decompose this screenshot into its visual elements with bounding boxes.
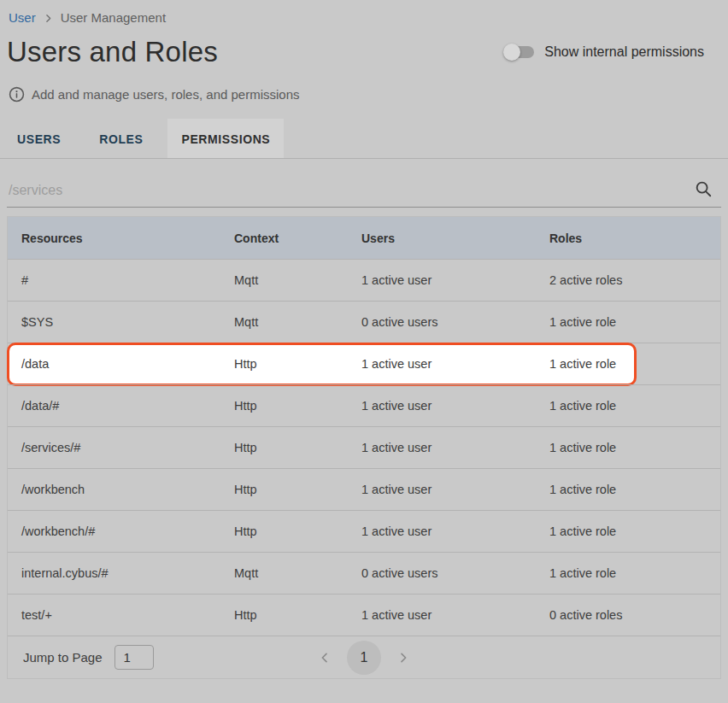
cell-resource: # <box>21 273 234 287</box>
cell-resource: /workbench <box>21 483 234 496</box>
cell-roles: 1 active role <box>549 566 720 580</box>
column-header-context: Context <box>234 231 361 245</box>
tab-users[interactable]: USERS <box>3 119 74 158</box>
table-row[interactable]: # Mqtt 1 active user 2 active roles <box>8 259 720 301</box>
cell-users: 0 active users <box>361 566 549 580</box>
cell-users: 1 active user <box>361 399 549 413</box>
table-row[interactable]: $SYS Mqtt 0 active users 1 active role <box>8 301 720 343</box>
cell-context: Http <box>234 357 361 371</box>
page-title: Users and Roles <box>7 36 218 68</box>
cell-context: Http <box>234 483 361 496</box>
cell-users: 1 active user <box>361 357 549 371</box>
page-description-row: Add and manage users, roles, and permiss… <box>0 68 728 103</box>
previous-page-button[interactable] <box>314 647 335 668</box>
breadcrumb-link-user[interactable]: User <box>9 10 36 25</box>
cell-context: Mqtt <box>234 273 361 287</box>
cell-users: 1 active user <box>361 524 549 538</box>
table-row[interactable]: /data/# Http 1 active user 1 active role <box>8 384 720 426</box>
cell-resource: test/+ <box>21 608 234 622</box>
current-page-button[interactable]: 1 <box>347 641 381 675</box>
table-row[interactable]: test/+ Http 1 active user 0 active roles <box>8 594 720 636</box>
tab-roles[interactable]: ROLES <box>85 119 156 158</box>
table-row[interactable]: /workbench/# Http 1 active user 1 active… <box>8 510 720 552</box>
column-header-resources: Resources <box>21 231 234 245</box>
cell-roles: 2 active roles <box>549 273 720 287</box>
cell-resource: $SYS <box>21 315 234 329</box>
table-row[interactable]: internal.cybus/# Mqtt 0 active users 1 a… <box>8 552 720 594</box>
cell-resource: /data <box>21 357 234 371</box>
table-row[interactable]: /services/# Http 1 active user 1 active … <box>8 426 720 468</box>
cell-users: 1 active user <box>361 273 549 287</box>
info-icon <box>9 86 25 103</box>
cell-context: Http <box>234 608 361 622</box>
cell-roles: 1 active role <box>549 524 720 538</box>
toggle-group: Show internal permissions <box>503 44 704 61</box>
table-row[interactable]: /workbench Http 1 active user 1 active r… <box>8 468 720 510</box>
cell-roles: 1 active role <box>549 441 720 454</box>
jump-to-page-input[interactable] <box>114 645 154 670</box>
cell-context: Http <box>234 524 361 538</box>
toggle-thumb <box>503 44 520 61</box>
pagination-bar: Jump to Page 1 <box>8 636 720 678</box>
table-header: Resources Context Users Roles <box>8 217 720 259</box>
page-description: Add and manage users, roles, and permiss… <box>32 87 300 102</box>
cell-context: Http <box>234 441 361 454</box>
chevron-right-icon <box>43 13 54 24</box>
cell-roles: 1 active role <box>549 357 720 371</box>
jump-to-page-label: Jump to Page <box>23 650 103 665</box>
column-header-users: Users <box>361 231 549 245</box>
cell-context: Mqtt <box>234 566 361 580</box>
search-bar <box>7 159 721 208</box>
cell-roles: 1 active role <box>549 399 720 413</box>
column-header-roles: Roles <box>549 231 720 245</box>
show-internal-permissions-toggle[interactable] <box>503 44 534 61</box>
next-page-button[interactable] <box>393 647 414 668</box>
search-input[interactable] <box>9 183 694 198</box>
cell-context: Mqtt <box>234 315 361 329</box>
table-row-highlighted[interactable]: /data Http 1 active user 1 active role <box>8 343 720 384</box>
title-row: Users and Roles Show internal permission… <box>0 25 728 68</box>
cell-resource: /services/# <box>21 441 234 454</box>
search-icon[interactable] <box>694 179 713 198</box>
toggle-label: Show internal permissions <box>544 44 704 60</box>
cell-roles: 1 active role <box>549 483 720 496</box>
cell-users: 1 active user <box>361 483 549 496</box>
tab-bar: USERS ROLES PERMISSIONS <box>0 119 728 159</box>
cell-resource: /data/# <box>21 399 234 413</box>
breadcrumb: User User Management <box>0 0 728 25</box>
permissions-table: Resources Context Users Roles # Mqtt 1 a… <box>7 216 721 679</box>
cell-users: 1 active user <box>361 441 549 454</box>
breadcrumb-current: User Management <box>61 10 166 25</box>
pager: 1 <box>314 641 414 675</box>
tab-permissions[interactable]: PERMISSIONS <box>167 119 284 158</box>
cell-roles: 0 active roles <box>549 608 720 622</box>
cell-context: Http <box>234 399 361 413</box>
cell-resource: /workbench/# <box>21 524 234 538</box>
cell-resource: internal.cybus/# <box>21 566 234 580</box>
cell-users: 0 active users <box>361 315 549 329</box>
cell-roles: 1 active role <box>549 315 720 329</box>
cell-users: 1 active user <box>361 608 549 622</box>
